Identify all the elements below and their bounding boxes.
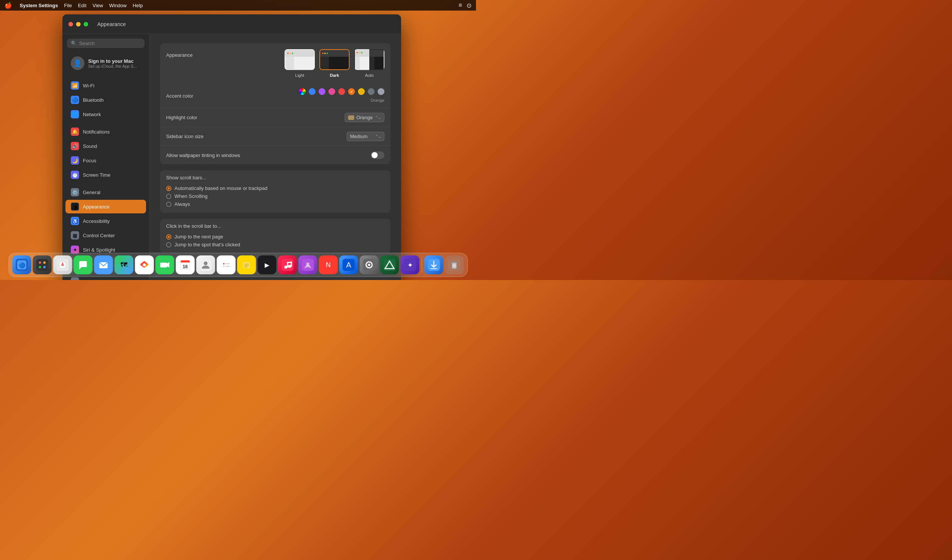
highlight-swatch xyxy=(348,115,354,120)
scroll-always-option[interactable]: Always xyxy=(166,200,384,208)
accent-red[interactable] xyxy=(338,88,345,95)
sound-icon: 🔊 xyxy=(71,142,79,150)
dock-contacts[interactable] xyxy=(196,255,215,274)
main-panel: Appearance xyxy=(149,34,401,280)
jump-spot-radio[interactable] xyxy=(166,242,171,247)
dock-launchpad[interactable] xyxy=(33,255,52,274)
svg-text:JUN: JUN xyxy=(183,263,188,265)
dock-appstore[interactable]: A xyxy=(339,255,358,274)
dock-maps[interactable]: 🗺 xyxy=(115,255,134,274)
menu-bar: 🍎 System Settings File Edit View Window … xyxy=(0,0,476,11)
sidebar-icon-size-control: Medium ⌃⌄ xyxy=(347,132,384,141)
sidebar-item-network[interactable]: 🌐 Network xyxy=(65,107,146,121)
scroll-auto-label: Automatically based on mouse or trackpad xyxy=(174,185,268,191)
search-bar[interactable]: 🔍 xyxy=(67,39,145,48)
accent-orange[interactable] xyxy=(348,88,355,95)
profile-name: Sign in to your Mac xyxy=(88,58,137,64)
sidebar-label-sound: Sound xyxy=(83,143,97,149)
menu-file[interactable]: File xyxy=(64,3,72,8)
accent-blue[interactable] xyxy=(309,88,316,95)
dock-music[interactable] xyxy=(278,255,297,274)
sidebar-label-bluetooth: Bluetooth xyxy=(83,97,104,103)
dock-facetime[interactable] xyxy=(156,255,174,274)
profile-section[interactable]: 👤 Sign in to your Mac Set up iCloud, the… xyxy=(65,53,146,74)
sidebar-item-appearance[interactable]: ◑ Appearance xyxy=(65,200,146,213)
dock-reminders[interactable] xyxy=(217,255,236,274)
sidebar-icon-size-value: Medium xyxy=(350,134,367,139)
dock-trash[interactable] xyxy=(445,255,464,274)
notifications-icon: 🔔 xyxy=(71,128,79,136)
menu-edit[interactable]: Edit xyxy=(78,3,86,8)
jump-next-page-radio[interactable] xyxy=(166,234,171,240)
close-button[interactable] xyxy=(68,22,73,26)
sidebar-item-focus[interactable]: 🌙 Focus xyxy=(65,154,146,167)
accent-multicolor[interactable] xyxy=(299,88,306,95)
sidebar-icon-size-dropdown[interactable]: Medium ⌃⌄ xyxy=(347,132,384,141)
dock-altus[interactable] xyxy=(380,255,399,274)
menu-window[interactable]: Window xyxy=(109,3,126,8)
control-center-icon[interactable]: ≡ xyxy=(459,2,462,9)
scroll-when-scrolling-label: When Scrolling xyxy=(174,193,207,199)
dock-appletv[interactable]: ▶ xyxy=(258,255,277,274)
dock-messages[interactable] xyxy=(74,255,93,274)
dock-systemsettings[interactable] xyxy=(360,255,379,274)
focus-icon: 🌙 xyxy=(71,156,79,165)
chevron-updown-icon: ⌃⌄ xyxy=(375,115,381,120)
click-scroll-card: Click in the scroll bar to... Jump to th… xyxy=(160,219,390,253)
general-icon: ⚙️ xyxy=(71,188,79,196)
sidebar-item-controlcenter[interactable]: ▦ Control Center xyxy=(65,229,146,242)
apple-menu[interactable]: 🍎 xyxy=(5,2,12,9)
scroll-when-scrolling-radio[interactable] xyxy=(166,194,171,199)
sidebar-item-wifi[interactable]: 📶 Wi-Fi xyxy=(65,79,146,92)
menu-extra-icon[interactable]: ⊙ xyxy=(467,2,471,9)
dock-twitter[interactable]: ✦ xyxy=(401,255,420,274)
dock-safari[interactable] xyxy=(53,255,72,274)
sidebar-item-notifications[interactable]: 🔔 Notifications xyxy=(65,125,146,138)
maximize-button[interactable] xyxy=(84,22,88,26)
click-scroll-group: Click in the scroll bar to... Jump to th… xyxy=(160,219,390,253)
accent-green[interactable] xyxy=(368,88,375,95)
bluetooth-icon: 🔵 xyxy=(71,96,79,104)
scroll-auto-radio[interactable] xyxy=(166,186,171,191)
menu-help[interactable]: Help xyxy=(133,3,143,8)
appearance-option-light[interactable]: Light xyxy=(285,49,315,78)
sidebar-item-accessibility[interactable]: ♿ Accessibility xyxy=(65,214,146,228)
dock-podcasts[interactable] xyxy=(299,255,317,274)
dock-mail[interactable] xyxy=(94,255,113,274)
jump-spot-option[interactable]: Jump to the spot that's clicked xyxy=(166,241,384,249)
search-input[interactable] xyxy=(79,40,141,46)
sidebar-item-general[interactable]: ⚙️ General xyxy=(65,185,146,199)
minimize-button[interactable] xyxy=(76,22,81,26)
controlcenter-icon: ▦ xyxy=(71,231,79,240)
dock-notes[interactable] xyxy=(237,255,256,274)
wallpaper-tinting-row: Allow wallpaper tinting in windows xyxy=(160,146,390,164)
dock-finder[interactable]: 🔵 xyxy=(12,255,31,274)
wallpaper-tinting-toggle[interactable] xyxy=(371,151,384,159)
dock-photos[interactable] xyxy=(135,255,154,274)
accent-yellow[interactable] xyxy=(358,88,365,95)
appearance-option-dark[interactable]: Dark xyxy=(319,49,350,78)
svg-point-29 xyxy=(204,261,208,265)
accent-color-label: Accent color xyxy=(166,93,299,99)
scroll-when-scrolling-option[interactable]: When Scrolling xyxy=(166,192,384,200)
dock-downloads[interactable] xyxy=(425,255,443,274)
svg-point-7 xyxy=(44,266,46,268)
accent-graphite[interactable] xyxy=(378,88,384,95)
sidebar-item-bluetooth[interactable]: 🔵 Bluetooth xyxy=(65,93,146,107)
accent-purple[interactable] xyxy=(319,88,325,95)
dock-news[interactable]: N xyxy=(319,255,338,274)
svg-text:N: N xyxy=(326,261,331,269)
highlight-color-dropdown[interactable]: Orange ⌃⌄ xyxy=(345,113,384,122)
svg-rect-21 xyxy=(160,263,167,268)
appearance-option-auto[interactable]: Auto xyxy=(354,49,384,78)
menu-view[interactable]: View xyxy=(93,3,103,8)
scroll-always-radio[interactable] xyxy=(166,202,171,207)
sidebar-item-sound[interactable]: 🔊 Sound xyxy=(65,139,146,153)
svg-rect-47 xyxy=(287,262,292,263)
jump-next-page-option[interactable]: Jump to the next page xyxy=(166,233,384,241)
accent-pink[interactable] xyxy=(328,88,335,95)
scroll-auto-option[interactable]: Automatically based on mouse or trackpad xyxy=(166,184,384,192)
sidebar-item-screentime[interactable]: ⏱️ Screen Time xyxy=(65,168,146,182)
menu-system-settings[interactable]: System Settings xyxy=(20,3,58,8)
dock-calendar[interactable]: 16JUN xyxy=(176,255,195,274)
